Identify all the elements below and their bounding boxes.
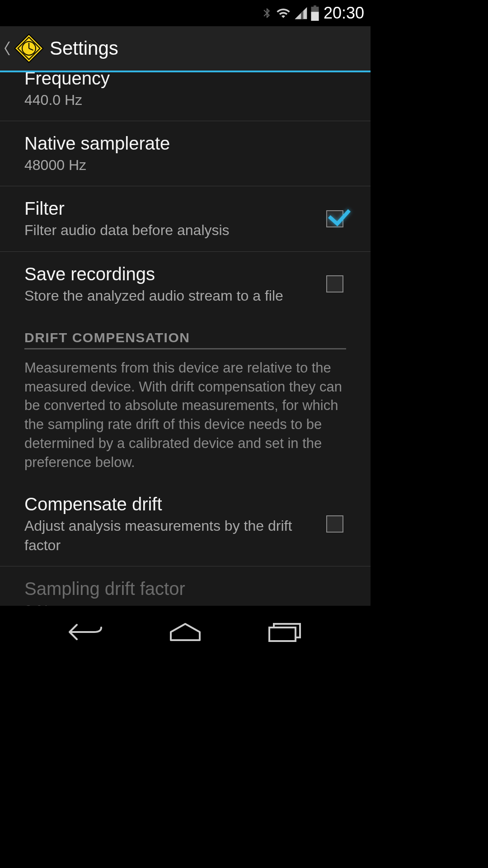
back-icon <box>67 621 105 643</box>
pref-title: Native samplerate <box>24 132 325 155</box>
svg-rect-8 <box>269 627 296 641</box>
pref-sampling-drift-factor: Sampling drift factor 0 % <box>0 566 371 606</box>
pref-title: Filter <box>24 197 308 220</box>
action-bar: Settings <box>0 26 371 72</box>
page-title: Settings <box>50 38 118 59</box>
pref-frequency[interactable]: Frequency 440.0 Hz <box>0 72 371 121</box>
category-title: DRIFT COMPENSATION <box>24 330 346 349</box>
pref-summary: Filter audio data before analysis <box>24 221 308 240</box>
status-time: 20:30 <box>324 4 364 23</box>
app-icon <box>14 33 44 64</box>
pref-summary: 0 % <box>24 601 325 606</box>
pref-compensate-drift[interactable]: Compensate drift Adjust analysis measure… <box>0 482 371 566</box>
compensate-drift-checkbox[interactable] <box>326 515 343 533</box>
navigation-bar <box>0 606 371 658</box>
category-description: Measurements from this device are relati… <box>24 349 346 477</box>
pref-save-recordings[interactable]: Save recordings Store the analyzed audio… <box>0 252 371 316</box>
battery-icon <box>310 5 320 21</box>
filter-checkbox[interactable] <box>326 210 343 227</box>
signal-icon <box>294 6 308 20</box>
svg-rect-1 <box>314 5 316 7</box>
pref-summary: Store the analyzed audio stream to a fil… <box>24 286 308 306</box>
back-button[interactable] <box>63 618 108 646</box>
save-recordings-checkbox[interactable] <box>326 275 343 292</box>
pref-summary: 440.0 Hz <box>24 90 325 110</box>
pref-samplerate[interactable]: Native samplerate 48000 Hz <box>0 121 371 186</box>
settings-list[interactable]: Frequency 440.0 Hz Native samplerate 480… <box>0 72 371 606</box>
recents-icon <box>267 621 303 643</box>
home-icon <box>168 622 202 642</box>
recents-button[interactable] <box>262 618 307 646</box>
svg-rect-2 <box>311 12 319 21</box>
pref-title: Sampling drift factor <box>24 577 325 600</box>
pref-title: Save recordings <box>24 263 308 285</box>
chevron-left-icon <box>3 40 12 57</box>
category-drift: DRIFT COMPENSATION Measurements from thi… <box>0 316 371 482</box>
bluetooth-icon <box>261 5 273 21</box>
pref-title: Compensate drift <box>24 493 308 515</box>
status-bar: 20:30 <box>0 0 371 26</box>
pref-summary: Adjust analysis measurements by the drif… <box>24 516 308 555</box>
pref-title: Frequency <box>24 72 325 90</box>
home-button[interactable] <box>163 618 208 646</box>
wifi-icon <box>275 6 292 20</box>
pref-filter[interactable]: Filter Filter audio data before analysis <box>0 186 371 251</box>
status-icons <box>261 5 320 21</box>
nav-up-button[interactable] <box>3 33 50 64</box>
pref-summary: 48000 Hz <box>24 156 325 175</box>
